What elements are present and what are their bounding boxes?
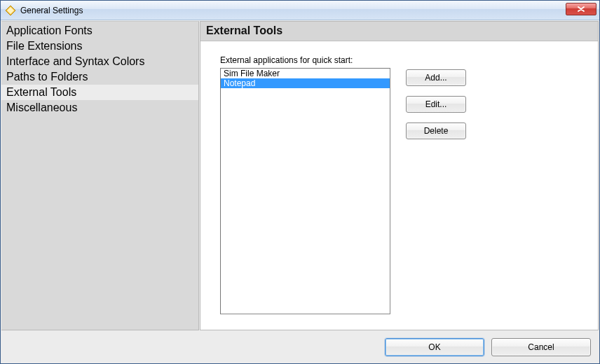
app-icon [5, 5, 16, 16]
sidebar-item-file-extensions[interactable]: File Extensions [1, 38, 198, 54]
category-sidebar: Application Fonts File Extensions Interf… [1, 21, 199, 330]
cancel-button[interactable]: Cancel [491, 338, 591, 356]
titlebar: General Settings [1, 1, 599, 20]
list-item[interactable]: Sim File Maker [221, 69, 390, 78]
external-tools-listbox[interactable]: Sim File Maker Notepad [220, 68, 390, 314]
main-split: Application Fonts File Extensions Interf… [1, 20, 599, 331]
panel-body: External applications for quick start: S… [200, 41, 598, 330]
panel-title: External Tools [206, 24, 282, 36]
close-icon [578, 6, 585, 12]
panel-header: External Tools [200, 22, 598, 41]
ok-button[interactable]: OK [385, 338, 484, 356]
sidebar-item-interface-syntax-colors[interactable]: Interface and Syntax Colors [1, 54, 198, 69]
sidebar-item-miscellaneous[interactable]: Miscellaneous [1, 100, 198, 115]
window-title: General Settings [20, 6, 83, 15]
edit-button[interactable]: Edit... [406, 96, 466, 113]
sidebar-item-application-fonts[interactable]: Application Fonts [1, 23, 198, 38]
settings-window: General Settings Application Fonts File … [0, 0, 600, 364]
close-button[interactable] [566, 3, 596, 15]
tools-row: Sim File Maker Notepad Add... Edit... De… [220, 68, 587, 314]
list-button-column: Add... Edit... Delete [406, 68, 466, 139]
list-item[interactable]: Notepad [221, 78, 390, 88]
add-button[interactable]: Add... [406, 69, 466, 86]
list-label: External applications for quick start: [220, 55, 587, 65]
sidebar-item-external-tools[interactable]: External Tools [1, 85, 198, 100]
dialog-body: Application Fonts File Extensions Interf… [1, 20, 599, 363]
sidebar-item-paths-to-folders[interactable]: Paths to Folders [1, 69, 198, 85]
content-panel: External Tools External applications for… [200, 21, 599, 330]
delete-button[interactable]: Delete [406, 122, 466, 139]
dialog-footer: OK Cancel [1, 331, 599, 363]
